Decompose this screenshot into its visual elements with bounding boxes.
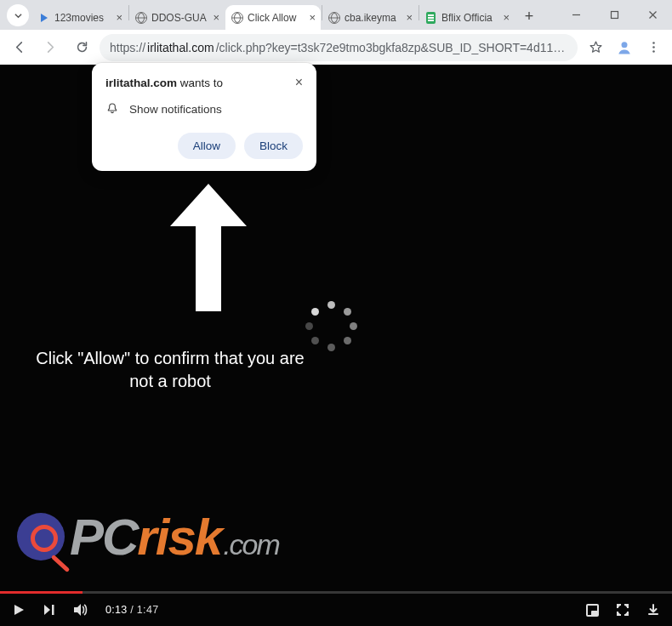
svg-point-2 [652,42,655,44]
close-icon[interactable]: × [295,76,303,89]
svg-rect-7 [52,605,54,615]
browser-toolbar: https://irlitathal.com/click.php?key=t3s… [0,30,672,65]
globe-icon [134,11,147,24]
play-button[interactable] [12,603,26,617]
document-icon [424,11,437,24]
loading-spinner-icon [306,301,357,352]
close-icon[interactable]: × [213,12,219,23]
tab-123movies[interactable]: 123movies × [32,5,128,30]
globe-icon [327,11,340,24]
miniplayer-button[interactable] [586,604,599,617]
close-icon[interactable]: × [503,12,510,23]
svg-marker-8 [74,604,81,616]
svg-point-3 [652,46,655,48]
bookmark-button[interactable] [582,34,609,61]
svg-marker-6 [44,605,50,615]
svg-marker-5 [14,605,24,615]
window-controls [557,0,672,30]
watermark-risk: risk [137,508,221,566]
globe-icon [231,11,243,24]
url-path: /click.php?key=t3sk72e9tmo3bgkfa8zp&SUB_… [216,41,567,54]
pcrisk-watermark: PCrisk.com [17,500,383,573]
tab-click-allow[interactable]: Click Allow × [225,5,321,30]
tab-label: DDOS-GUA [151,12,208,24]
captcha-instruction: Click "Allow" to confirm that you are no… [34,347,306,393]
watermark-pc: PC [70,508,137,566]
url-host: irlitathal.com [147,41,214,54]
tab-cba-ikeyma[interactable]: cba.ikeyma × [322,5,418,30]
tab-bflix[interactable]: Bflix Officia × [419,5,515,30]
arrow-up-icon [162,175,255,320]
back-button[interactable] [5,34,32,61]
tab-ddos-guard[interactable]: DDOS-GUA × [129,5,225,30]
close-icon[interactable]: × [406,12,413,23]
reload-button[interactable] [68,34,95,61]
browser-titlebar: 123movies × DDOS-GUA × Click Allow × cba… [0,0,672,30]
svg-point-1 [622,42,628,48]
profile-button[interactable] [613,37,635,59]
prompt-title: irlitathal.com wants to [105,77,223,89]
new-tab-button[interactable]: + [518,5,540,27]
volume-button[interactable] [73,602,88,617]
watermark-com: .com [223,528,279,561]
tab-label: Bflix Officia [441,12,498,24]
video-time: 0:13 / 1:47 [105,604,158,616]
maximize-button[interactable] [595,0,634,30]
minimize-button[interactable] [557,0,595,30]
tab-label: Click Allow [248,12,305,24]
forward-button[interactable] [37,34,64,61]
close-icon[interactable]: × [116,12,122,23]
play-icon [37,11,50,24]
tab-search-button[interactable] [7,4,29,26]
download-button[interactable] [646,603,660,617]
allow-button[interactable]: Allow [178,133,236,159]
prompt-permission-text: Show notifications [129,103,222,116]
chrome-menu-button[interactable] [640,34,667,61]
magnifier-icon [17,513,65,561]
address-bar[interactable]: https://irlitathal.com/click.php?key=t3s… [100,34,578,61]
video-player-bar: 0:13 / 1:47 [0,594,672,626]
block-button[interactable]: Block [244,133,303,159]
notification-permission-prompt: irlitathal.com wants to × Show notificat… [92,63,316,171]
url-protocol: https:// [110,41,145,54]
fullscreen-button[interactable] [616,603,629,617]
tab-label: cba.ikeyma [345,12,401,24]
tab-label: 123movies [54,12,111,24]
svg-rect-0 [612,12,618,19]
bell-icon [105,102,119,116]
close-icon[interactable]: × [309,12,316,23]
next-button[interactable] [43,603,56,617]
svg-point-4 [652,50,655,53]
close-window-button[interactable] [634,0,672,30]
